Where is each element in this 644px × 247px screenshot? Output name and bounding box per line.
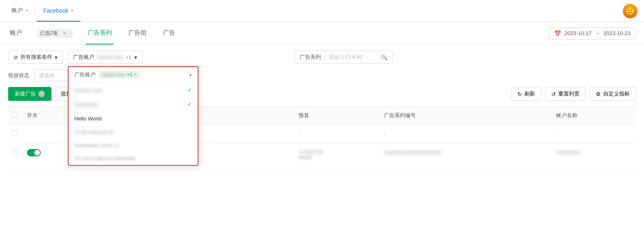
dropdown-check-0: ✓ xyxy=(187,87,192,93)
filter-bar: ⊘ 所有搜索条件 ▾ 广告账户 ●●●●● ●●● +1 ▾ 广告账户 ●●●●… xyxy=(0,45,644,69)
dropdown-item-text-1: ●●●●●●●● xyxy=(74,102,187,107)
row-empty-series: - xyxy=(380,125,553,143)
custom-label: 自定义指标 xyxy=(603,90,630,98)
dropdown-item-0[interactable]: ●●●●●● ●●● ✓ xyxy=(69,83,198,97)
tab-facebook-close[interactable]: × xyxy=(71,8,74,13)
row-checkbox-cell xyxy=(8,143,23,169)
refresh-label: 刷新 xyxy=(524,90,535,98)
tab-bar: 账户 × Facebook × 🙂 xyxy=(0,0,644,22)
campaign-search-container: 广告系列 | 请输入ID/名称 🔍 xyxy=(294,51,393,64)
account-name-text: ●●●●●●●● xyxy=(556,149,580,155)
col-budget: 预算 xyxy=(294,107,380,125)
tab-facebook-label: Facebook xyxy=(43,7,68,14)
campaign-search-icon[interactable]: 🔍 xyxy=(381,54,388,60)
dropdown-selected-tag[interactable]: ●●●●● ●●● +1 × xyxy=(99,71,140,78)
reset-col-label: 重置列宽 xyxy=(558,90,579,98)
tab-account-close[interactable]: × xyxy=(25,8,28,13)
dropdown-item-1[interactable]: ●●●●●●●● ✓ xyxy=(69,97,198,111)
dropdown-tag-count: +1 xyxy=(127,72,132,78)
reset-icon: ↺ xyxy=(551,91,556,97)
tab-account-label: 账户 xyxy=(11,7,23,14)
dropdown-item-text-0: ●●●●●● ●●● xyxy=(74,87,187,93)
ad-account-selected-text: ●●●●● ●●● xyxy=(98,54,123,60)
conditions-chevron: ▾ xyxy=(55,54,58,60)
dropdown-item-4[interactable]: ●●●●●●●●● center-12 xyxy=(69,139,198,152)
dropdown-tag-text: ●●●●● ●●● xyxy=(102,72,125,77)
reset-col-button[interactable]: ↺ 重置列宽 xyxy=(545,87,586,101)
tab-facebook[interactable]: Facebook × xyxy=(37,0,80,22)
date-start: 2023-10-17 xyxy=(564,30,592,36)
dropdown-header: 广告账户 ●●●●● ●●● +1 × ▾ xyxy=(69,67,198,83)
row-empty-checkbox xyxy=(8,125,23,143)
row-empty-budget: - xyxy=(294,125,380,143)
ad-account-filter-label: 广告账户 xyxy=(73,53,94,61)
row-series-no-cell: 1●●●●●●-●●●●●●●●●●●● xyxy=(380,143,553,169)
dropdown-item-text-2: Hello World xyxy=(74,116,192,122)
campaign-search-separator: | xyxy=(324,54,325,60)
dropdown-item-2[interactable]: Hello World xyxy=(69,111,198,126)
dropdown-tag-close[interactable]: × xyxy=(134,72,137,78)
delivery-status-label: 投放状态 xyxy=(8,72,29,79)
account-badge[interactable]: 已选2项 × xyxy=(37,29,73,38)
budget-main: 12,●●● ●/● xyxy=(299,149,376,155)
select-all-checkbox[interactable] xyxy=(12,112,18,118)
custom-metrics-button[interactable]: ⚙ 自定义指标 xyxy=(590,87,636,101)
all-conditions-btn[interactable]: ⊘ 所有搜索条件 ▾ xyxy=(8,51,63,64)
col-checkbox xyxy=(8,107,23,125)
calendar-icon: 📅 xyxy=(554,30,561,37)
dropdown-item-text-4: ●●●●●●●●● center-12 xyxy=(74,143,192,148)
dropdown-close-btn[interactable]: ▾ xyxy=(189,72,192,78)
campaign-search-label: 广告系列 xyxy=(300,53,321,61)
row-account-cell: ●●●●●●●● xyxy=(552,143,636,169)
badge-text: 已选2项 xyxy=(40,30,58,37)
user-avatar[interactable]: 🙂 xyxy=(623,4,637,18)
dropdown-item-text-5: Tes abe-11ight.cue-5●●●●●●● xyxy=(74,156,192,161)
series-no-text: 1●●●●●●-●●●●●●●●●●●● xyxy=(384,149,441,155)
ad-account-container: 广告账户 ●●●●● ●●● +1 ▾ 广告账户 ●●●●● ●●● +1 × … xyxy=(68,51,143,64)
refresh-icon: ↻ xyxy=(517,91,522,97)
col-account: 账户名称 xyxy=(552,107,636,125)
budget-sub: ●●●●● xyxy=(299,155,376,160)
ad-account-chevron: ▾ xyxy=(134,54,137,60)
date-arrow: → xyxy=(595,30,600,36)
subnav-adgroup[interactable]: 广告组 xyxy=(127,22,148,45)
ad-account-count: +1 xyxy=(126,55,131,60)
subnav-ad[interactable]: 广告 xyxy=(161,22,177,45)
tab-divider xyxy=(36,6,36,16)
gear-icon: ⚙ xyxy=(596,91,601,97)
row-budget-cell: 12,●●● ●/● ●●●●● xyxy=(294,143,380,169)
create-ad-button[interactable]: 新建广告 ? xyxy=(8,87,51,101)
campaign-search-placeholder: 请输入ID/名称 xyxy=(329,53,378,61)
row-checkbox[interactable] xyxy=(12,149,18,155)
dropdown-check-1: ✓ xyxy=(187,101,192,107)
tab-account[interactable]: 账户 × xyxy=(5,0,35,22)
dropdown-item-text-3: TC-88 hellounity-55 xyxy=(74,130,192,135)
dropdown-header-label: 广告账户 xyxy=(74,71,96,78)
refresh-button[interactable]: ↻ 刷新 xyxy=(511,87,541,101)
ad-account-dropdown: 广告账户 ●●●●● ●●● +1 × ▾ ●●●●●● ●●● ✓ ●●●●●… xyxy=(68,66,198,166)
all-conditions-label: 所有搜索条件 xyxy=(20,53,52,61)
help-icon[interactable]: ? xyxy=(38,91,45,97)
date-end: 2023-10-23 xyxy=(604,30,631,36)
dropdown-item-5[interactable]: Tes abe-11ight.cue-5●●●●●●● xyxy=(69,152,198,165)
toggle-knob xyxy=(34,150,40,156)
date-range-picker[interactable]: 📅 2023-10-17 → 2023-10-23 xyxy=(549,27,636,40)
create-ad-label: 新建广告 xyxy=(15,90,36,98)
dropdown-item-3[interactable]: TC-88 hellounity-55 xyxy=(69,126,198,139)
subnav-campaign[interactable]: 广告系列 xyxy=(86,22,114,45)
row-empty-account: - xyxy=(552,125,636,143)
delivery-status-select[interactable]: 请选择 xyxy=(34,69,71,81)
col-series-no: 广告系列编号 xyxy=(380,107,553,125)
badge-close[interactable]: × xyxy=(60,30,69,37)
filter-icon: ⊘ xyxy=(13,54,18,60)
sub-nav: 账户 已选2项 × 广告系列 广告组 广告 📅 2023-10-17 → 202… xyxy=(0,22,644,45)
campaign-toggle[interactable] xyxy=(27,149,41,156)
subnav-account[interactable]: 账户 xyxy=(8,22,24,45)
main-content: 账户 已选2项 × 广告系列 广告组 广告 📅 2023-10-17 → 202… xyxy=(0,22,644,247)
ad-account-filter-btn[interactable]: 广告账户 ●●●●● ●●● +1 ▾ xyxy=(68,51,143,64)
